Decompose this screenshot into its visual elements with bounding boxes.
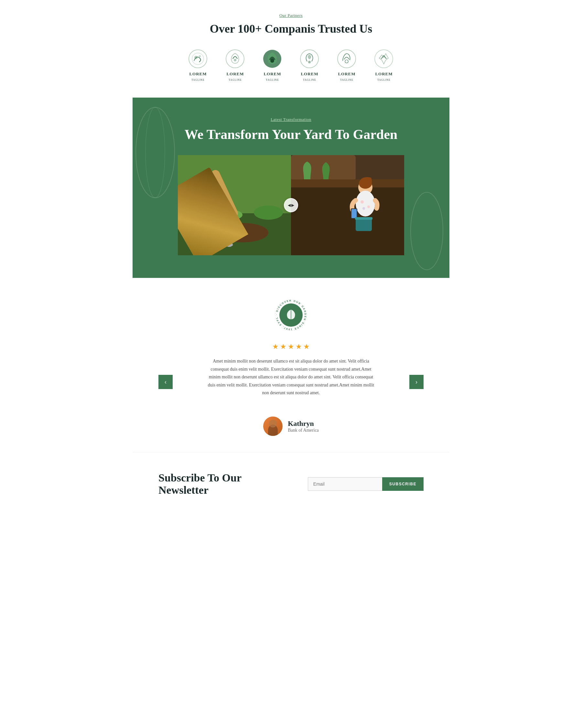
partner-tagline-6: TAGLINE [377, 79, 390, 81]
compare-button[interactable]: ◀ ▶ [284, 198, 298, 212]
before-image-svg [178, 155, 291, 255]
svg-point-10 [337, 50, 356, 68]
arrow-right: ▶ [291, 203, 294, 207]
svg-point-28 [360, 200, 364, 204]
partner-logo-3: LOREM TAGLINE [262, 49, 283, 81]
star-5: ★ [303, 342, 310, 351]
author-avatar [263, 417, 283, 436]
badge-svg: · DISCOVER OUR GARDEN SINCE 1997. EXPLOR… [273, 297, 309, 333]
compare-arrows: ◀ ▶ [288, 203, 294, 207]
partners-logos: LOREM TAGLINE LOREM TAGLINE LOREM TAGL [152, 49, 430, 81]
svg-point-30 [362, 207, 365, 210]
star-1: ★ [272, 342, 279, 351]
star-3: ★ [288, 342, 294, 351]
prev-testimonial-button[interactable]: ‹ [158, 375, 173, 389]
svg-point-12 [375, 50, 393, 68]
partner-tagline-2: TAGLINE [229, 79, 242, 81]
newsletter-form: SUBSCRIBE [308, 477, 424, 491]
partner-icon-4 [299, 49, 320, 70]
svg-point-27 [356, 191, 375, 216]
author-name: Kathryn [288, 419, 319, 428]
newsletter-email-input[interactable] [308, 477, 382, 491]
newsletter-section: Subscribe To Our Newsletter SUBSCRIBE [132, 452, 450, 522]
svg-rect-32 [352, 209, 357, 218]
rating-stars: ★ ★ ★ ★ ★ [158, 342, 424, 351]
partner-name-6: LOREM [375, 71, 393, 77]
star-4: ★ [296, 342, 302, 351]
after-image-svg [291, 155, 404, 255]
star-2: ★ [280, 342, 286, 351]
partner-icon-5 [336, 49, 357, 70]
partner-icon-1 [187, 49, 208, 70]
transformation-section: Latest Transformation We Transform Your … [132, 98, 450, 278]
transformation-title: We Transform Your Yard To Garden [132, 127, 450, 142]
partner-name-1: LOREM [189, 71, 207, 77]
svg-point-9 [308, 61, 311, 63]
circular-badge: · DISCOVER OUR GARDEN SINCE 1997. EXPLOR… [273, 297, 309, 333]
partner-tagline-1: TAGLINE [192, 79, 205, 81]
testimonial-nav: ‹ Amet minim mollit non deserunt ullamco… [158, 357, 424, 407]
newsletter-title: Subscribe To Our Newsletter [158, 472, 255, 496]
svg-point-11 [345, 60, 348, 63]
svg-point-5 [234, 59, 236, 61]
partner-tagline-5: TAGLINE [340, 79, 353, 81]
partner-logo-6: LOREM TAGLINE [374, 49, 395, 81]
svg-point-29 [367, 206, 370, 208]
testimonial-author: Kathryn Bank of America [158, 417, 424, 436]
partner-tagline-3: TAGLINE [266, 79, 279, 81]
partner-logo-2: LOREM TAGLINE [225, 49, 246, 81]
testimonial-text: Amet minim mollit non deserunt ullamco e… [207, 357, 375, 397]
svg-point-1 [192, 53, 204, 64]
arrow-left: ◀ [288, 203, 291, 207]
partner-name-4: LOREM [301, 71, 318, 77]
svg-point-3 [199, 55, 201, 57]
svg-rect-34 [355, 217, 373, 220]
partners-title: Over 100+ Companis Trusted Us [152, 22, 430, 35]
next-testimonial-button[interactable]: › [409, 375, 424, 389]
svg-point-16 [210, 209, 243, 221]
partner-logo-5: LOREM TAGLINE [336, 49, 357, 81]
svg-rect-14 [178, 213, 291, 255]
svg-rect-33 [356, 218, 372, 231]
partner-name-5: LOREM [338, 71, 355, 77]
testimonial-section: · DISCOVER OUR GARDEN SINCE 1997. EXPLOR… [132, 278, 450, 452]
svg-rect-20 [224, 212, 229, 216]
newsletter-subscribe-button[interactable]: SUBSCRIBE [382, 477, 424, 491]
author-company: Bank of America [288, 428, 319, 433]
partner-logo-1: LOREM TAGLINE [187, 49, 208, 81]
svg-point-2 [194, 56, 198, 59]
partners-section: Our Partners Over 100+ Companis Trusted … [132, 0, 450, 98]
svg-point-7 [270, 59, 274, 63]
partner-logo-4: LOREM TAGLINE [299, 49, 320, 81]
partner-icon-6 [374, 49, 395, 70]
svg-point-18 [217, 223, 268, 242]
partner-name-2: LOREM [226, 71, 244, 77]
author-info: Kathryn Bank of America [288, 419, 319, 433]
transformation-image-after [291, 155, 404, 255]
svg-point-0 [189, 50, 207, 68]
transformation-label: Latest Transformation [132, 117, 450, 122]
transformation-images: ◀ ▶ [178, 155, 404, 255]
partner-tagline-4: TAGLINE [303, 79, 316, 81]
partner-icon-2 [225, 49, 246, 70]
partner-icon-3 [262, 49, 283, 70]
svg-point-15 [181, 207, 207, 220]
partners-label: Our Partners [152, 13, 430, 18]
svg-rect-24 [291, 187, 404, 255]
transformation-image-before [178, 155, 291, 255]
svg-point-17 [254, 206, 283, 220]
partner-name-3: LOREM [263, 71, 281, 77]
